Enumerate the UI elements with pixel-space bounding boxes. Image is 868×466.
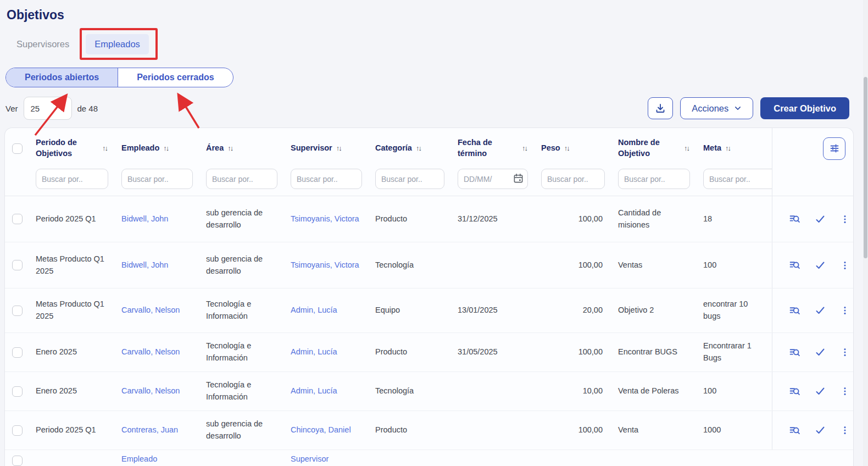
table-row[interactable]: Empleado Supervisor	[5, 450, 853, 466]
empleado-link[interactable]: Empleado	[121, 454, 157, 463]
column-header-label: Peso	[541, 143, 560, 154]
kebab-menu-icon	[840, 260, 850, 270]
row-checkbox[interactable]	[12, 260, 23, 270]
cell-categoria: Tecnología	[369, 259, 451, 271]
empleado-link[interactable]: Contreras, Juan	[121, 425, 178, 434]
sort-icon[interactable]: ↑↓	[684, 143, 690, 154]
column-filter-input[interactable]	[541, 169, 605, 189]
sort-icon[interactable]: ↑↓	[416, 143, 422, 154]
table-row[interactable]: Metas Producto Q1 2025 Carvallo, Nelson …	[5, 289, 853, 333]
nombre-value: Ventas	[618, 260, 642, 269]
row-actions	[779, 305, 850, 317]
periodos-cerrados-button[interactable]: Periodos cerrados	[118, 68, 233, 87]
view-details-button[interactable]	[789, 347, 800, 358]
row-checkbox[interactable]	[12, 214, 23, 224]
nombre-value: Objetivo 2	[618, 306, 654, 314]
approve-button[interactable]	[815, 425, 826, 436]
approve-button[interactable]	[815, 214, 826, 225]
periodos-abiertos-button[interactable]: Periodos abiertos	[6, 68, 118, 87]
empleado-link[interactable]: Bidwell, John	[121, 214, 168, 223]
sort-icon[interactable]: ↑↓	[336, 143, 342, 154]
periodo-value: Periodo 2025 Q1	[36, 425, 96, 434]
row-checkbox[interactable]	[12, 347, 23, 358]
supervisor-link[interactable]: Admin, Lucía	[291, 386, 337, 395]
row-menu-button[interactable]	[840, 386, 850, 396]
view-details-button[interactable]	[789, 259, 800, 271]
approve-button[interactable]	[815, 260, 826, 271]
crear-objetivo-button[interactable]: Crear Objetivo	[760, 97, 849, 119]
view-details-button[interactable]	[789, 386, 800, 397]
view-details-button[interactable]	[789, 425, 800, 436]
cell-area	[199, 450, 284, 453]
sort-icon[interactable]: ↑↓	[564, 143, 570, 154]
column-settings-button[interactable]	[823, 137, 845, 160]
cell-peso: 100,00	[535, 424, 611, 436]
row-checkbox[interactable]	[12, 306, 23, 316]
empleado-link[interactable]: Carvallo, Nelson	[121, 306, 180, 314]
column-filter-input[interactable]	[36, 169, 108, 189]
cell-peso: 100,00	[535, 346, 611, 358]
cell-nombre: Objetivo 2	[611, 304, 697, 317]
row-menu-button[interactable]	[840, 347, 850, 357]
scrollbar-thumb[interactable]	[864, 77, 867, 258]
sort-icon[interactable]: ↑↓	[725, 143, 731, 154]
cell-periodo: Metas Producto Q1 2025	[29, 253, 115, 278]
empleado-link[interactable]: Carvallo, Nelson	[121, 347, 180, 356]
column-filter-input[interactable]	[375, 169, 444, 189]
check-icon	[815, 425, 826, 436]
column-filter-input[interactable]	[291, 169, 362, 189]
row-menu-button[interactable]	[840, 214, 850, 224]
list-search-icon	[789, 386, 800, 397]
categoria-value: Tecnología	[375, 386, 414, 395]
page-size-select[interactable]: 25	[24, 97, 72, 120]
sort-icon[interactable]: ↑↓	[102, 143, 108, 154]
supervisor-link[interactable]: Admin, Lucía	[291, 347, 337, 356]
vertical-scrollbar[interactable]	[863, 0, 868, 466]
view-details-button[interactable]	[789, 305, 800, 317]
row-menu-button[interactable]	[840, 425, 850, 435]
check-icon	[815, 305, 826, 316]
sort-icon[interactable]: ↑↓	[522, 143, 528, 154]
supervisor-link[interactable]: Supervisor	[291, 454, 329, 463]
empleado-link[interactable]: Carvallo, Nelson	[121, 386, 180, 395]
table-row[interactable]: Metas Producto Q1 2025 Bidwell, John sub…	[5, 242, 853, 289]
date-filter-input[interactable]	[458, 169, 528, 189]
row-checkbox[interactable]	[12, 386, 23, 397]
column-filter-input[interactable]	[703, 169, 772, 189]
row-menu-button[interactable]	[840, 260, 850, 270]
acciones-button[interactable]: Acciones	[680, 97, 753, 119]
tab-supervisores[interactable]: Supervisores	[8, 34, 78, 54]
sort-icon[interactable]: ↑↓	[227, 143, 233, 154]
approve-button[interactable]	[815, 347, 826, 358]
row-menu-button[interactable]	[840, 306, 850, 315]
empleado-link[interactable]: Bidwell, John	[121, 260, 168, 269]
table-row[interactable]: Periodo 2025 Q1 Bidwell, John sub gerenc…	[5, 196, 853, 242]
sort-icon[interactable]: ↑↓	[163, 143, 169, 154]
cell-actions	[772, 372, 854, 410]
approve-button[interactable]	[815, 305, 826, 316]
cell-area: sub gerencia de desarrollo	[199, 207, 284, 231]
column-filter-input[interactable]	[206, 169, 277, 189]
check-icon	[815, 214, 826, 225]
column-filter-input[interactable]	[618, 169, 690, 189]
cell-peso: 20,00	[535, 304, 611, 317]
supervisor-link[interactable]: Tsimoyanis, Victora	[291, 260, 359, 269]
table-row[interactable]: Enero 2025 Carvallo, Nelson Tecnología e…	[5, 333, 853, 372]
table-row[interactable]: Enero 2025 Carvallo, Nelson Tecnología e…	[5, 372, 853, 411]
view-details-button[interactable]	[789, 213, 800, 225]
row-checkbox[interactable]	[12, 456, 23, 466]
download-button[interactable]	[648, 97, 673, 119]
select-all-checkbox[interactable]	[12, 143, 23, 154]
cell-categoria: Producto	[369, 346, 451, 358]
peso-value: 10,00	[583, 386, 603, 395]
supervisor-link[interactable]: Tsimoyanis, Victora	[291, 214, 359, 223]
column-header: Empleado ↑↓	[115, 143, 199, 154]
table-row[interactable]: Periodo 2025 Q1 Contreras, Juan sub gere…	[5, 411, 853, 450]
row-checkbox[interactable]	[12, 425, 23, 436]
approve-button[interactable]	[815, 386, 826, 397]
supervisor-link[interactable]: Chincoya, Daniel	[291, 425, 351, 434]
column-filter-input[interactable]	[121, 169, 193, 189]
supervisor-link[interactable]: Admin, Lucía	[291, 306, 337, 314]
tab-empleados[interactable]: Empleados	[86, 34, 149, 54]
cell-meta: 100	[697, 259, 772, 271]
